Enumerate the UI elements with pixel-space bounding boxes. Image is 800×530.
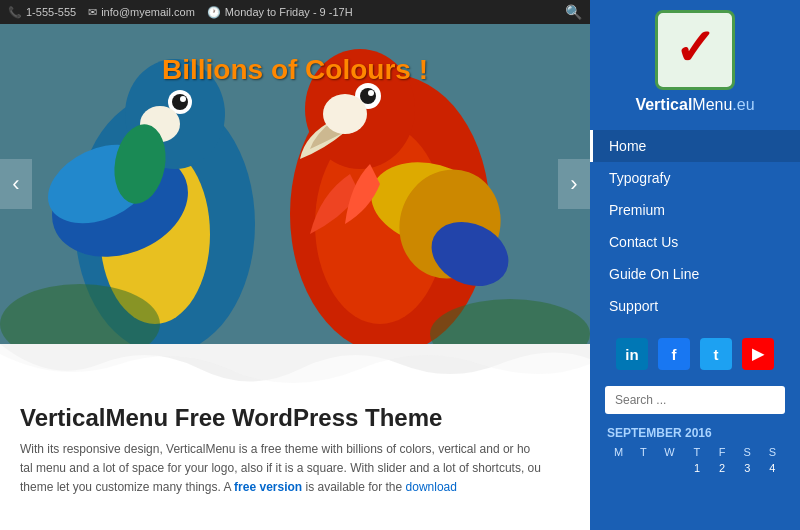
hero-slider: Billions of Colours ! ‹ › <box>0 24 590 344</box>
email-info: ✉ info@myemail.com <box>88 6 195 19</box>
phone-number: 1-555-555 <box>26 6 76 18</box>
cal-header-f: F <box>710 444 735 460</box>
logo-box: ✓ <box>655 10 735 90</box>
cal-header-m: M <box>605 444 632 460</box>
nav-item-typografy[interactable]: Typografy <box>590 162 800 194</box>
email-icon: ✉ <box>88 6 97 19</box>
logo-bold: Vertical <box>635 96 692 113</box>
phone-info: 📞 1-555-555 <box>8 6 76 19</box>
search-icon[interactable]: 🔍 <box>565 4 582 20</box>
nav-item-premium[interactable]: Premium <box>590 194 800 226</box>
logo-eu: .eu <box>732 96 754 113</box>
calendar: SEPTEMBER 2016 M T W T F S S 1 <box>605 426 785 476</box>
nav-menu: Home Typografy Premium Contact Us Guide … <box>590 130 800 322</box>
svg-point-20 <box>323 94 367 134</box>
svg-point-18 <box>360 88 376 104</box>
top-bar: 📞 1-555-555 ✉ info@myemail.com 🕐 Monday … <box>0 0 590 24</box>
svg-point-8 <box>180 96 186 102</box>
logo-area: ✓ VerticalMenu.eu <box>635 10 754 114</box>
svg-point-19 <box>368 90 374 96</box>
wave-divider <box>0 344 590 394</box>
cal-header-t1: T <box>632 444 654 460</box>
page-title: VerticalMenu Free WordPress Theme <box>20 404 570 432</box>
phone-icon: 📞 <box>8 6 22 19</box>
cal-cell-empty-1 <box>605 460 632 476</box>
content-text-2: tal menu and a lot of space for your log… <box>20 461 541 475</box>
linkedin-icon[interactable]: in <box>616 338 648 370</box>
logo-text: VerticalMenu.eu <box>635 96 754 114</box>
nav-item-guide[interactable]: Guide On Line <box>590 258 800 290</box>
email-address: info@myemail.com <box>101 6 195 18</box>
cal-header-s1: S <box>735 444 760 460</box>
free-version-link[interactable]: free version <box>234 480 302 494</box>
sidebar: ✓ VerticalMenu.eu Home Typografy Premium… <box>590 0 800 530</box>
nav-item-support[interactable]: Support <box>590 290 800 322</box>
logo-normal: Menu <box>692 96 732 113</box>
content-description: With its responsive design, VerticalMenu… <box>20 440 570 498</box>
calendar-month: SEPTEMBER 2016 <box>605 426 785 440</box>
cal-cell-empty-2 <box>632 460 654 476</box>
svg-point-7 <box>172 94 188 110</box>
main-content: 📞 1-555-555 ✉ info@myemail.com 🕐 Monday … <box>0 0 590 530</box>
cal-cell-2: 2 <box>710 460 735 476</box>
content-text-4: is available for the <box>302 480 405 494</box>
hours-info: 🕐 Monday to Friday - 9 -17H <box>207 6 353 19</box>
nav-item-home[interactable]: Home <box>590 130 800 162</box>
checkmark-icon: ✓ <box>674 23 716 73</box>
content-text-3: theme let you customize many things. A <box>20 480 234 494</box>
clock-icon: 🕐 <box>207 6 221 19</box>
cal-cell-4: 4 <box>760 460 785 476</box>
content-text-1: With its responsive design, VerticalMenu… <box>20 442 530 456</box>
youtube-icon[interactable]: ▶ <box>742 338 774 370</box>
slider-next-button[interactable]: › <box>558 159 590 209</box>
social-icons: in f t ▶ <box>616 338 774 370</box>
slider-prev-button[interactable]: ‹ <box>0 159 32 209</box>
cal-cell-1: 1 <box>684 460 709 476</box>
facebook-icon[interactable]: f <box>658 338 690 370</box>
hours-text: Monday to Friday - 9 -17H <box>225 6 353 18</box>
cal-header-w: W <box>655 444 685 460</box>
cal-header-t2: T <box>684 444 709 460</box>
download-link[interactable]: download <box>406 480 457 494</box>
search-input[interactable] <box>605 386 785 414</box>
cal-cell-empty-3 <box>655 460 685 476</box>
calendar-row-1: 1 2 3 4 <box>605 460 785 476</box>
slider-title: Billions of Colours ! <box>162 54 428 86</box>
nav-item-contact[interactable]: Contact Us <box>590 226 800 258</box>
cal-header-s2: S <box>760 444 785 460</box>
cal-cell-3: 3 <box>735 460 760 476</box>
twitter-icon[interactable]: t <box>700 338 732 370</box>
content-area: VerticalMenu Free WordPress Theme With i… <box>0 394 590 508</box>
